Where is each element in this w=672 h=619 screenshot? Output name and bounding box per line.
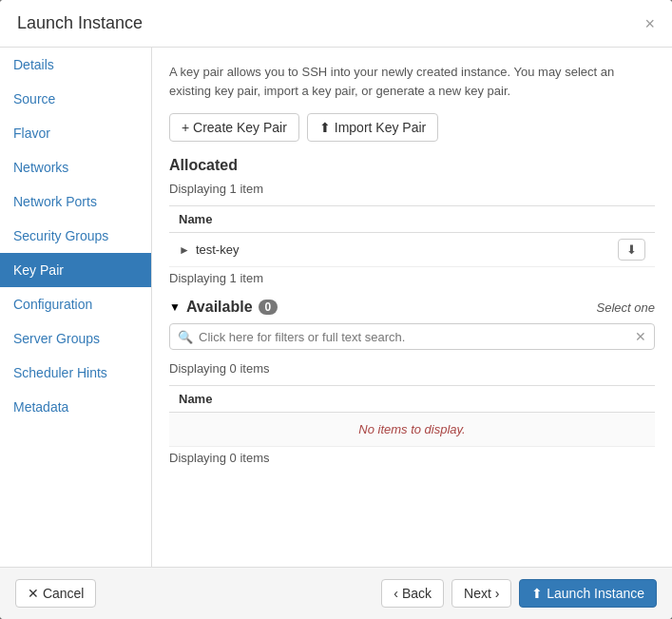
cancel-button[interactable]: ✕ Cancel [15, 579, 96, 608]
sidebar-item-server-groups[interactable]: Server Groups [0, 321, 151, 356]
back-button[interactable]: ‹ Back [381, 579, 444, 608]
select-one-label: Select one [597, 300, 655, 315]
create-key-pair-button[interactable]: + Create Key Pair [169, 113, 299, 142]
allocated-title: Allocated [169, 157, 655, 174]
search-input[interactable] [199, 330, 635, 344]
available-col-name: Name [179, 392, 212, 406]
modal-header: Launch Instance × [0, 0, 672, 48]
action-buttons: + Create Key Pair ⬆ Import Key Pair [169, 113, 655, 142]
search-bar[interactable]: 🔍 ✕ [169, 323, 655, 350]
import-key-pair-button[interactable]: ⬆ Import Key Pair [307, 113, 438, 142]
expand-icon: ► [179, 243, 190, 257]
available-count-bottom: Displaying 0 items [169, 447, 655, 469]
modal-title: Launch Instance [17, 13, 143, 33]
modal-body: Details Source Flavor Networks Network P… [0, 48, 672, 567]
launch-instance-modal: Launch Instance × Details Source Flavor … [0, 0, 672, 619]
sidebar-item-configuration[interactable]: Configuration [0, 287, 151, 321]
allocated-table-header: Name [169, 205, 655, 233]
available-count-top: Displaying 0 items [169, 358, 655, 379]
search-icon: 🔍 [178, 330, 193, 344]
available-header: ▼ Available 0 Select one [169, 299, 655, 316]
sidebar-item-flavor[interactable]: Flavor [0, 116, 151, 150]
sidebar-item-scheduler-hints[interactable]: Scheduler Hints [0, 356, 151, 390]
sidebar-item-security-groups[interactable]: Security Groups [0, 219, 151, 253]
allocated-count-top: Displaying 1 item [169, 178, 655, 200]
available-section: ▼ Available 0 Select one 🔍 ✕ Displaying … [169, 299, 655, 469]
available-left: ▼ Available 0 [169, 299, 278, 316]
allocated-table-row[interactable]: ► test-key ⬇ [169, 233, 655, 267]
available-collapse-icon: ▼ [169, 300, 181, 314]
row-actions: ⬇ [618, 239, 645, 261]
next-button[interactable]: Next › [451, 579, 511, 608]
footer-right: ‹ Back Next › ⬆ Launch Instance [381, 579, 657, 608]
allocated-col-name: Name [179, 212, 212, 226]
close-button[interactable]: × [644, 15, 655, 32]
allocated-key-name: test-key [196, 242, 240, 257]
sidebar-item-networks[interactable]: Networks [0, 150, 151, 184]
no-items-row: No items to display. [169, 413, 655, 447]
allocated-section: Allocated Displaying 1 item Name ► test-… [169, 157, 655, 289]
search-clear-button[interactable]: ✕ [635, 329, 646, 344]
launch-instance-button[interactable]: ⬆ Launch Instance [519, 579, 657, 608]
footer-left: ✕ Cancel [15, 579, 96, 608]
sidebar: Details Source Flavor Networks Network P… [0, 48, 152, 567]
info-text: A key pair allows you to SSH into your n… [169, 63, 655, 100]
content-panel: A key pair allows you to SSH into your n… [152, 48, 672, 567]
sidebar-item-metadata[interactable]: Metadata [0, 390, 151, 424]
sidebar-item-network-ports[interactable]: Network Ports [0, 184, 151, 219]
available-badge: 0 [259, 300, 278, 315]
sidebar-item-details[interactable]: Details [0, 48, 151, 82]
available-title: Available [186, 299, 253, 316]
allocated-row-name: ► test-key [179, 242, 239, 257]
available-table-header: Name [169, 385, 655, 413]
sidebar-item-source[interactable]: Source [0, 82, 151, 116]
remove-key-button[interactable]: ⬇ [618, 239, 645, 261]
sidebar-item-key-pair[interactable]: Key Pair [0, 253, 151, 287]
modal-footer: ✕ Cancel ‹ Back Next › ⬆ Launch Instance [0, 567, 672, 619]
allocated-count-bottom: Displaying 1 item [169, 267, 655, 289]
